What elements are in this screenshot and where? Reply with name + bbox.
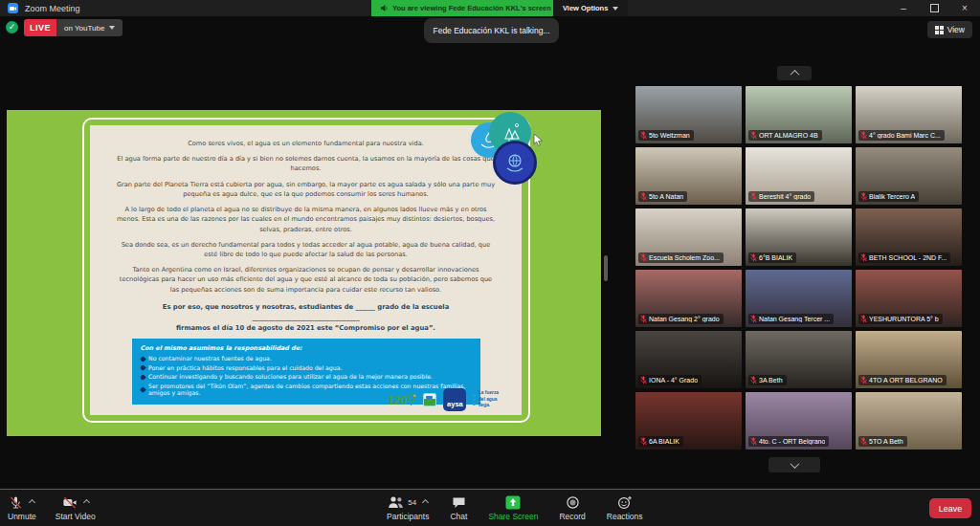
reactions-button[interactable]: Reactions — [607, 494, 643, 521]
secure-check-icon: ✓ — [6, 21, 18, 33]
participant-tile[interactable]: Bialik Tercero A — [856, 147, 962, 205]
mic-muted-icon — [750, 131, 757, 140]
participant-tile[interactable]: 3A Beth — [746, 331, 852, 388]
participant-name-label: Natan Gesang Tercer ... — [748, 314, 834, 324]
zoom-meeting-window: Zoom Meeting – × You are viewing Fede Ed… — [0, 0, 980, 526]
chevron-down-icon — [790, 459, 799, 469]
camera-off-icon — [62, 495, 78, 510]
participant-tile[interactable]: YESHURUNTORA 5° b — [856, 270, 962, 327]
unmute-button[interactable]: Unmute — [8, 494, 36, 521]
share-screen-button[interactable]: Share Screen — [488, 494, 538, 521]
participant-name-label: Natan Gesang 2° grado — [638, 314, 724, 324]
participant-name: Bialik Tercero A — [869, 193, 915, 200]
tree-icon — [406, 394, 416, 406]
aysa-slogan: La fuerza del agua llega. — [473, 390, 499, 408]
kkl-flag-logo — [423, 393, 436, 406]
participant-name: 5to A Natan — [649, 193, 683, 200]
participant-tile[interactable]: 4to. C - ORT Belgrano — [746, 392, 852, 449]
participant-tile[interactable]: IONA - 4° Grado — [635, 331, 742, 388]
participants-options-chevron[interactable] — [422, 498, 429, 505]
participants-icon — [388, 495, 404, 509]
viewing-screen-text: You are viewing Fede Educación KKL's scr… — [392, 4, 551, 12]
participant-tile[interactable]: 4TO A ORT BELGRANO — [856, 331, 962, 388]
participant-tile[interactable]: 5to A Natan — [635, 147, 742, 205]
participants-button[interactable]: 54 Participants — [387, 494, 429, 521]
mic-muted-icon — [750, 315, 757, 323]
share-screen-icon — [505, 495, 521, 510]
reactions-icon — [617, 495, 633, 510]
participant-tile[interactable]: Escuela Scholem Zoo... — [635, 208, 742, 266]
gallery-scroll-up-button[interactable] — [777, 66, 812, 80]
participant-name: 5TO A Beth — [869, 438, 903, 445]
participant-name: 4TO A ORT BELGRANO — [869, 377, 943, 384]
gallery-scroll-down-button[interactable] — [768, 457, 820, 472]
sponsor-logos: 120 aysa La fuerza del agua llega. — [387, 388, 499, 411]
leave-button[interactable]: Leave — [929, 498, 971, 518]
responsibility-item: Poner en práctica hábitos responsables p… — [141, 364, 472, 371]
participant-tile[interactable]: 5to Weitzman — [635, 86, 742, 143]
chat-icon — [452, 495, 466, 509]
maximize-button[interactable] — [919, 0, 949, 16]
live-badge: LIVE — [24, 19, 56, 36]
chevron-down-icon — [109, 26, 115, 30]
mic-muted-icon — [640, 131, 647, 140]
mic-muted-icon — [860, 192, 867, 201]
participant-name-label: BETH SCHOOL - 2ND F... — [858, 252, 950, 263]
participant-tile[interactable]: Natan Gesang Tercer ... — [746, 270, 852, 327]
chat-button[interactable]: Chat — [450, 494, 467, 521]
participant-tile[interactable]: 6°B BIALIK — [746, 208, 852, 266]
video-options-chevron[interactable] — [83, 498, 90, 505]
mic-muted-icon — [640, 253, 647, 262]
view-layout-button[interactable]: View — [927, 21, 972, 38]
mic-muted-icon — [860, 131, 867, 140]
participant-name-label: 5to A Natan — [638, 191, 687, 202]
participant-name-label: 5TO A Beth — [858, 436, 907, 447]
maximize-icon — [930, 4, 939, 12]
doc-paragraph: Tanto en Argentina como en Israel, difer… — [115, 265, 497, 295]
participant-tile[interactable]: Bereshit 4° grado — [746, 147, 852, 205]
mic-muted-icon — [9, 495, 23, 510]
minimize-button[interactable]: – — [888, 0, 919, 16]
participant-tile[interactable]: 6A BIALIK — [635, 392, 742, 449]
close-button[interactable]: × — [949, 0, 980, 16]
mic-muted-icon — [860, 253, 867, 262]
start-video-button[interactable]: Start Video — [56, 494, 96, 521]
mic-muted-icon — [750, 376, 757, 384]
shared-screen-scrollbar[interactable] — [604, 255, 608, 281]
grid-view-icon — [935, 26, 944, 34]
talking-indicator-tooltip: Fede Educación KKL is talking... — [424, 18, 559, 43]
window-title: Zoom Meeting — [25, 4, 80, 13]
zoom-app-icon — [8, 3, 18, 13]
participant-name-label: 5to Weitzman — [638, 130, 694, 141]
mic-muted-icon — [750, 192, 757, 201]
participant-name: ORT ALMAGRO 4B — [759, 132, 818, 139]
participant-name: Bereshit 4° grado — [759, 193, 811, 200]
water-drop-icon — [140, 364, 145, 370]
participant-name: 4° grado Bami Marc C... — [869, 132, 941, 139]
doc-paragraph: Como seres vivos, el agua es un elemento… — [115, 139, 497, 148]
participant-tile[interactable]: BETH SCHOOL - 2ND F... — [856, 208, 962, 266]
participant-tile[interactable]: Natan Gesang 2° grado — [635, 270, 742, 327]
view-options-button[interactable]: View Options — [553, 0, 628, 16]
participant-name-label: 4° grado Bami Marc C... — [858, 130, 945, 141]
doc-paragraph: El agua forma parte de nuestro día a día… — [115, 154, 497, 173]
mic-muted-icon — [750, 253, 757, 262]
participant-name-label: Bialik Tercero A — [858, 191, 919, 202]
record-button[interactable]: Record — [559, 494, 585, 521]
kkl-120-logo: 120 — [387, 393, 416, 407]
participant-name: 6A BIALIK — [649, 438, 679, 445]
doc-paragraph: A lo largo de todo el planeta el agua no… — [115, 205, 497, 234]
participant-name: IONA - 4° Grado — [649, 377, 698, 384]
participant-name: BETH SCHOOL - 2ND F... — [869, 254, 947, 261]
participant-tile[interactable]: 4° grado Bami Marc C... — [856, 86, 962, 143]
audio-options-chevron[interactable] — [29, 498, 35, 505]
participant-tile[interactable]: ORT ALMAGRO 4B — [746, 86, 852, 143]
participant-tile[interactable]: 5TO A Beth — [856, 392, 962, 449]
participant-name: 6°B BIALIK — [759, 254, 792, 261]
on-youtube-dropdown[interactable]: on YouTube — [56, 19, 122, 36]
participant-name-label: ORT ALMAGRO 4B — [748, 130, 822, 141]
participants-grid: 5to WeitzmanORT ALMAGRO 4B4° grado Bami … — [635, 86, 962, 449]
participant-name: 5to Weitzman — [649, 132, 690, 139]
participant-name-label: IONA - 4° Grado — [638, 375, 702, 385]
mic-muted-icon — [750, 437, 757, 446]
